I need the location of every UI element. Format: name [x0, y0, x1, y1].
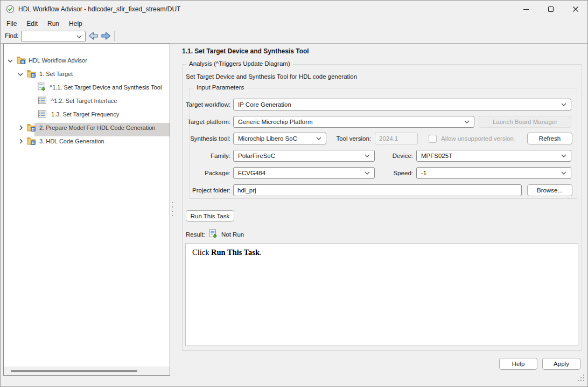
allow-unsupported-checkbox [429, 135, 437, 143]
speed-dropdown[interactable]: -1 [416, 167, 571, 179]
synthesis-tool-label: Synthesis tool: [177, 133, 230, 144]
tree-item-set-target-interface[interactable]: ^1.2. Set Target Interface [4, 94, 170, 107]
find-bar: Find: [1, 29, 587, 43]
tree-item-hdl-workflow-advisor[interactable]: HDL Workflow Advisor [4, 54, 170, 67]
tree-item-hdl-code-generation[interactable]: 3. HDL Code Generation [4, 135, 170, 148]
task-list-icon [38, 109, 47, 119]
tree-item-label: 1. Set Target [39, 71, 73, 77]
tree-item-label: 2. Prepare Model For HDL Code Generation [39, 125, 155, 131]
synthesis-tool-dropdown[interactable]: Microchip Libero SoC [233, 133, 326, 144]
tree-horizontal-scrollbar[interactable] [4, 367, 170, 375]
maximize-button[interactable] [538, 1, 563, 17]
tree-item-label: HDL Workflow Advisor [29, 57, 87, 64]
chevron-down-icon [561, 154, 566, 157]
minimize-icon [523, 6, 529, 12]
chevron-collapsed-icon[interactable] [18, 125, 24, 130]
workflow-tree-panel: HDL Workflow Advisor 1. Set Target ^1.1. [3, 44, 170, 376]
result-message-box: Click Run This Task. [185, 243, 578, 346]
task-run-icon [37, 82, 46, 92]
find-previous-button[interactable] [88, 31, 99, 40]
package-dropdown[interactable]: FCVG484 [233, 167, 375, 179]
help-button[interactable]: Help [499, 358, 537, 370]
close-button[interactable] [563, 1, 588, 17]
chevron-down-icon [561, 103, 566, 106]
device-dropdown[interactable]: MPFS025T [416, 150, 571, 162]
chevron-down-icon [561, 171, 566, 175]
tool-version-label: Tool version: [317, 133, 371, 144]
tree-item-set-target-device[interactable]: ^1.1. Set Target Device and Synthesis To… [4, 81, 170, 94]
chevron-down-icon [464, 120, 470, 123]
menu-edit[interactable]: Edit [22, 19, 43, 29]
browse-button[interactable]: Browse... [527, 184, 572, 196]
tree-item-label: ^1.2. Set Target Interface [51, 98, 117, 104]
panel-splitter-handle[interactable] [171, 199, 174, 217]
find-next-button[interactable] [101, 31, 111, 40]
hdl-workflow-advisor-window: HDL Workflow Advisor - hdlcoder_sfir_fix… [0, 0, 588, 387]
find-combobox[interactable] [21, 31, 86, 42]
tree-item-label: 3. HDL Code Generation [39, 138, 104, 144]
tree-item-prepare-model[interactable]: 2. Prepare Model For HDL Code Generation [4, 121, 170, 134]
workflow-folder-icon [17, 56, 26, 65]
tree-item-label: 1.3. Set Target Frequency [51, 111, 119, 118]
allow-unsupported-label: Allow unsupported version [441, 135, 514, 142]
family-value: PolarFireSoC [238, 153, 275, 159]
task-description: Set Target Device and Synthesis Tool for… [186, 73, 357, 80]
apply-button[interactable]: Apply [542, 358, 580, 370]
speed-label: Speed: [359, 167, 413, 179]
target-workflow-dropdown[interactable]: IP Core Generation [233, 99, 571, 110]
target-workflow-label: Target workflow: [177, 99, 230, 110]
device-label: Device: [359, 150, 413, 162]
result-message-suffix: . [260, 248, 262, 257]
synthesis-tool-value: Microchip Libero SoC [238, 135, 297, 142]
package-value: FCVG484 [238, 170, 265, 176]
result-message-bold: Run This Task [211, 248, 260, 257]
chevron-down-icon [76, 35, 82, 38]
toolbar-separator [114, 31, 115, 41]
menu-file[interactable]: File [2, 19, 22, 29]
target-workflow-value: IP Core Generation [238, 101, 291, 108]
result-message: Click Run This Task. [192, 248, 262, 257]
run-this-task-button[interactable]: Run This Task [186, 210, 234, 222]
device-value: MPFS025T [421, 153, 452, 159]
workflow-folder-icon [27, 123, 36, 132]
workflow-folder-icon [27, 136, 36, 146]
resize-grip[interactable] [578, 375, 585, 382]
target-platform-label: Target platform: [177, 116, 230, 128]
find-input[interactable] [25, 33, 73, 40]
close-icon [572, 6, 579, 12]
result-status: Not Run [221, 231, 244, 238]
workflow-folder-icon [27, 69, 36, 78]
input-parameters-legend: Input Parameters [194, 84, 247, 91]
analysis-groupbox-legend: Analysis (^Triggers Update Diagram) [186, 60, 293, 67]
tree-item-set-target[interactable]: 1. Set Target [4, 67, 170, 80]
minimize-button[interactable] [514, 1, 538, 17]
project-folder-input[interactable]: hdl_prj [233, 184, 522, 196]
chevron-expanded-icon[interactable] [8, 58, 13, 64]
speed-value: -1 [421, 170, 426, 176]
task-title: 1.1. Set Target Device and Synthesis Too… [182, 47, 309, 55]
not-run-status-icon [208, 229, 218, 239]
target-platform-value: Generic Microchip Platform [238, 119, 313, 125]
maximize-icon [548, 6, 554, 12]
target-platform-dropdown[interactable]: Generic Microchip Platform [233, 116, 474, 128]
tree-item-set-target-frequency[interactable]: 1.3. Set Target Frequency [4, 108, 170, 121]
menu-run[interactable]: Run [43, 19, 64, 29]
find-label: Find: [5, 32, 19, 39]
chevron-expanded-icon[interactable] [18, 72, 23, 77]
task-list-icon [38, 96, 47, 105]
result-message-prefix: Click [192, 248, 211, 257]
result-label: Result: [186, 231, 205, 238]
refresh-button[interactable]: Refresh [527, 133, 572, 144]
chevron-collapsed-icon[interactable] [18, 139, 24, 144]
launch-board-manager-button: Launch Board Manager [479, 116, 571, 128]
tree-item-label: ^1.1. Set Target Device and Synthesis To… [50, 84, 162, 91]
tool-version-field: 2024.1 [375, 133, 418, 144]
app-check-icon [6, 5, 15, 13]
project-folder-label: Project folder: [177, 184, 230, 196]
scrollbar-thumb[interactable] [11, 370, 137, 372]
menu-help[interactable]: Help [64, 19, 87, 29]
family-dropdown[interactable]: PolarFireSoC [233, 150, 375, 162]
window-title: HDL Workflow Advisor - hdlcoder_sfir_fix… [18, 5, 180, 13]
family-label: Family: [177, 150, 230, 162]
menu-bar: File Edit Run Help [1, 18, 587, 29]
